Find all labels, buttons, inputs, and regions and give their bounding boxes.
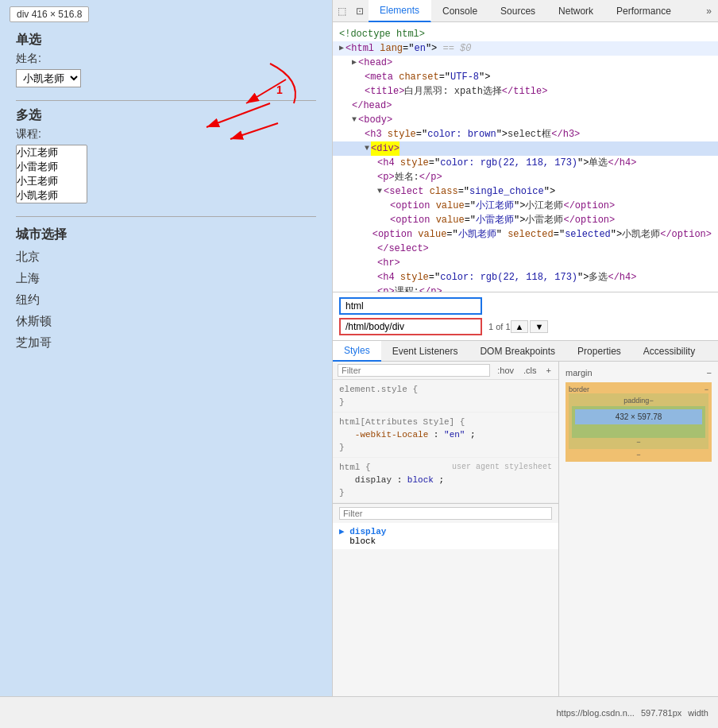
code-line-select-close: </select> [333, 242, 718, 256]
code-line-html[interactable]: ▶ <html lang="en"> == $0 [333, 41, 718, 56]
divider-2 [16, 216, 316, 217]
multi-section-title: 多选 [16, 107, 316, 124]
single-section-title: 单选 [16, 32, 316, 48]
code-line-hr1: <hr> [333, 256, 718, 270]
margin-box: border − padding− 432 × 597.78 − − [566, 382, 712, 462]
cursor-icon[interactable]: ⬚ [333, 2, 351, 20]
tab-performance[interactable]: Performance [605, 0, 683, 22]
expand-div[interactable]: ▼ [365, 141, 369, 156]
cls-button[interactable]: .cls [521, 365, 539, 376]
styles-left-panel: :hov .cls + element.style { } html[Attri… [333, 362, 559, 728]
styles-filter-input[interactable] [338, 364, 490, 377]
search-nav: ▲ ▼ [511, 320, 549, 333]
multi-option-xiaokai: 小凯老师 [17, 188, 87, 203]
multi-option-xiaojiang: 小江老师 [17, 145, 87, 160]
search-input[interactable] [345, 300, 457, 312]
city-list: 北京 上海 纽约 休斯顿 芝加哥 [16, 246, 316, 354]
code-line-p-name: <p>姓名:</p> [333, 170, 718, 184]
code-line-body[interactable]: ▼ <body> [333, 113, 718, 127]
tab-properties[interactable]: Properties [566, 341, 632, 362]
taskbar-width: width [688, 708, 708, 718]
multi-option-xiaolei: 小雷老师 [17, 160, 87, 174]
code-line-head[interactable]: ▶ <head> [333, 56, 718, 70]
styles-area: :hov .cls + element.style { } html[Attri… [333, 362, 718, 728]
html-code-area: <!doctype html> ▶ <html lang="en"> == $0… [333, 22, 718, 292]
devtools-tabs: ⬚ ⊡ Elements Console Sources Network Per… [333, 0, 718, 22]
code-line-head-close: </head> [333, 99, 718, 113]
box-model-title: margin − [566, 368, 712, 378]
code-line-select-single[interactable]: ▼ <select class="single_choice"> [333, 184, 718, 199]
city-section: 城市选择 北京 上海 纽约 休斯顿 芝加哥 [16, 227, 316, 354]
taskbar: https://blog.csdn.n... 597.781px width [0, 696, 718, 728]
element-tooltip: div 416 × 516.8 [10, 6, 89, 22]
display-section: ▶ display block [333, 523, 558, 549]
taskbar-url: https://blog.csdn.n... [556, 708, 634, 718]
search-area: 1 of 1 ▲ ▼ [333, 292, 718, 341]
code-line-p-course: <p>课程:</p> [333, 285, 718, 292]
city-item-shanghai[interactable]: 上海 [16, 268, 316, 289]
taskbar-size: 597.781px [641, 708, 681, 718]
code-line-option3: <option value="小凯老师" selected="selected"… [333, 227, 718, 242]
code-line-doctype: <!doctype html> [333, 27, 718, 41]
search-result-count: 1 of 1 [488, 322, 511, 331]
code-line-meta: <meta charset="UTF-8"> [333, 70, 718, 84]
tab-dom-breakpoints[interactable]: DOM Breakpoints [469, 341, 566, 362]
border-box: padding− 432 × 597.78 − [569, 393, 708, 449]
code-line-div[interactable]: ▼ <div> [333, 141, 718, 156]
multi-section: 多选 课程: 小江老师 小雷老师 小王老师 小凯老师 [16, 107, 316, 210]
city-item-newyork[interactable]: 纽约 [16, 289, 316, 311]
tab-accessibility[interactable]: Accessibility [632, 341, 706, 362]
padding-box: 432 × 597.78 [572, 406, 705, 438]
expand-html[interactable]: ▶ [339, 41, 344, 56]
xpath-search-box [339, 318, 482, 335]
box-inspect-icon[interactable]: ⊡ [351, 2, 369, 20]
devtools-panel: ⬚ ⊡ Elements Console Sources Network Per… [332, 0, 718, 728]
tab-elements[interactable]: Elements [369, 0, 431, 22]
search-next-button[interactable]: ▼ [530, 320, 548, 333]
tab-sources[interactable]: Sources [489, 0, 547, 22]
multi-option-xiaowang: 小王老师 [17, 174, 87, 188]
style-rule-element: element.style { } [333, 380, 558, 412]
style-rule-html-attrs: html[Attributes Style] { -webkit-Locale … [333, 412, 558, 458]
more-tabs-button[interactable]: » [700, 2, 718, 20]
name-label: 姓名: [16, 52, 316, 66]
code-line-option2: <option value="小雷老师"> 小雷老师 </option> [333, 213, 718, 227]
search-prev-button[interactable]: ▲ [511, 320, 529, 333]
bottom-tabs: Styles Event Listeners DOM Breakpoints P… [333, 341, 718, 362]
code-line-title: <title>白月黑羽: xpath选择</title> [333, 84, 718, 99]
single-select[interactable]: 小江老师 小雷老师 小凯老师 [16, 69, 81, 87]
box-model-area: margin − border − padding− 432 × 597.78 … [559, 362, 718, 728]
single-select-wrapper: 小江老师 小雷老师 小凯老师 [16, 69, 316, 87]
code-line-h3: <h3 style="color: brown"> select框 </h3> [333, 127, 718, 141]
city-section-title: 城市选择 [16, 227, 316, 243]
expand-body[interactable]: ▼ [352, 113, 357, 127]
tab-event-listeners[interactable]: Event Listeners [381, 341, 469, 362]
bottom-filter-area [333, 503, 558, 523]
bottom-filter-input[interactable] [339, 507, 552, 520]
multi-select[interactable]: 小江老师 小雷老师 小王老师 小凯老师 [16, 145, 87, 203]
style-rule-html-ua: html { user agent stylesheet display : b… [333, 458, 558, 503]
styles-filter-bar: :hov .cls + [333, 362, 558, 380]
content-box: 432 × 597.78 [575, 409, 702, 424]
course-label: 课程: [16, 127, 316, 141]
xpath-search-row: 1 of 1 ▲ ▼ [339, 318, 712, 335]
code-line-h4-multi: <h4 style="color: rgb(22, 118, 173)"> 多选… [333, 270, 718, 285]
html-search-box [339, 297, 482, 315]
code-line-option1: <option value="小江老师"> 小江老师 </option> [333, 199, 718, 213]
expand-head[interactable]: ▶ [352, 56, 357, 70]
city-item-houston[interactable]: 休斯顿 [16, 311, 316, 332]
hov-button[interactable]: :hov [495, 365, 516, 376]
xpath-input[interactable] [345, 321, 457, 332]
add-style-button[interactable]: + [544, 365, 554, 376]
webpage-content: 单选 姓名: 小江老师 小雷老师 小凯老师 多选 课程: 小江老师 小雷老师 小… [0, 0, 332, 728]
code-line-h4-single: <h4 style="color: rgb(22, 118, 173)"> 单选… [333, 156, 718, 170]
expand-select-single[interactable]: ▼ [377, 184, 382, 199]
webpage-preview: div 416 × 516.8 单选 姓名: 小江老师 小雷老师 小凯老师 多选… [0, 0, 332, 728]
tab-console[interactable]: Console [431, 0, 489, 22]
city-item-beijing[interactable]: 北京 [16, 246, 316, 268]
tab-styles[interactable]: Styles [333, 341, 381, 362]
divider-1 [16, 100, 316, 101]
html-search-row [339, 297, 712, 315]
tab-network[interactable]: Network [547, 0, 605, 22]
city-item-chicago[interactable]: 芝加哥 [16, 332, 316, 354]
